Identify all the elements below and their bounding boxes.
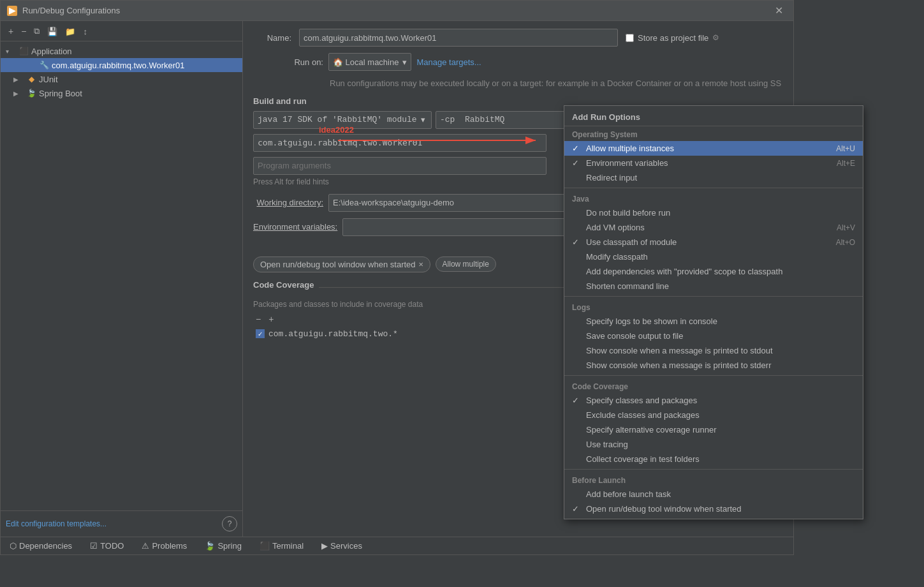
edit-config-templates-link[interactable]: Edit configuration templates... bbox=[6, 519, 106, 528]
java-section-label: Java bbox=[564, 191, 863, 205]
panel-title: Add Run Options bbox=[564, 108, 863, 126]
add-config-button[interactable]: + bbox=[6, 25, 16, 38]
copy-config-button[interactable]: ⧉ bbox=[31, 24, 42, 38]
spring-icon: 🍃 bbox=[205, 541, 215, 551]
panel-item-collect-coverage[interactable]: Collect coverage in test folders bbox=[564, 452, 863, 466]
sidebar-item-label-worker01: com.atguigu.rabbitmq.two.Worker01 bbox=[52, 61, 185, 70]
sort-config-button[interactable]: ↕ bbox=[80, 25, 90, 38]
terminal-icon: ⬛ bbox=[260, 541, 270, 551]
store-as-project-checkbox[interactable] bbox=[626, 34, 634, 42]
sidebar-item-application[interactable]: ▾ ⬛ Application bbox=[1, 44, 242, 58]
statusbar-terminal[interactable]: ⬛ Terminal bbox=[256, 537, 307, 554]
save-config-button[interactable]: 💾 bbox=[45, 25, 60, 38]
dialog-title-icon: ▶ bbox=[7, 6, 17, 16]
panel-item-show-console-stderr[interactable]: Show console when a message is printed t… bbox=[564, 358, 863, 373]
sort-icon: ↕ bbox=[83, 27, 87, 36]
panel-item-exclude-classes[interactable]: Exclude classes and packages bbox=[564, 408, 863, 422]
remove-config-button[interactable]: − bbox=[18, 25, 29, 38]
panel-item-redirect-input[interactable]: Redirect input bbox=[564, 170, 863, 185]
panel-item-alt-runner[interactable]: Specify alternative coverage runner bbox=[564, 422, 863, 437]
open-window-label: Open run/debug tool window when started bbox=[260, 260, 416, 269]
expand-icon-springboot: ▶ bbox=[13, 90, 24, 97]
folder-icon: 📁 bbox=[65, 27, 75, 36]
statusbar-todo-label: TODO bbox=[100, 541, 124, 551]
remove-open-window-icon[interactable]: ✕ bbox=[418, 261, 423, 268]
store-as-project-row: Store as project file ⚙ bbox=[626, 33, 719, 43]
store-as-project-label: Store as project file bbox=[638, 33, 708, 43]
junit-icon: ◆ bbox=[26, 74, 36, 84]
name-row: Name: Store as project file ⚙ bbox=[253, 29, 783, 47]
todo-icon: ☑ bbox=[90, 541, 98, 551]
coverage-add-button[interactable]: + bbox=[266, 313, 276, 325]
save-icon: 💾 bbox=[47, 27, 57, 36]
panel-item-env-vars[interactable]: ✓ Environment variables Alt+E bbox=[564, 156, 863, 170]
panel-item-add-before-launch[interactable]: Add before launch task bbox=[564, 487, 863, 502]
worker-icon: 🔧 bbox=[39, 60, 49, 70]
close-button[interactable]: ✕ bbox=[771, 3, 787, 18]
panel-item-save-console[interactable]: Save console output to file bbox=[564, 329, 863, 343]
main-class-input[interactable] bbox=[253, 134, 546, 152]
statusbar-services[interactable]: ▶ Services bbox=[318, 537, 366, 554]
gear-icon[interactable]: ⚙ bbox=[712, 33, 719, 42]
sidebar-item-worker01[interactable]: 🔧 com.atguigu.rabbitmq.two.Worker01 bbox=[1, 58, 242, 72]
checkmark-env-vars: ✓ bbox=[572, 158, 582, 168]
panel-item-no-build[interactable]: Do not build before run bbox=[564, 205, 863, 220]
panel-item-use-tracing[interactable]: Use tracing bbox=[564, 437, 863, 452]
manage-targets-link[interactable]: Manage targets... bbox=[416, 57, 481, 67]
use-classpath-shortcut: Alt+O bbox=[836, 238, 855, 247]
panel-item-specify-logs[interactable]: Specify logs to be shown in console bbox=[564, 314, 863, 329]
coverage-item-label: com.atguigu.rabbitmq.two.* bbox=[268, 329, 398, 339]
os-section-label: Operating System bbox=[564, 126, 863, 141]
run-on-row: Run on: 🏠 Local machine ▾ Manage targets… bbox=[253, 53, 783, 71]
copy-icon: ⧉ bbox=[34, 26, 40, 36]
code-coverage-title: Code Coverage bbox=[253, 280, 314, 290]
sidebar-item-junit[interactable]: ▶ ◆ JUnit bbox=[1, 72, 242, 86]
panel-item-shorten-cmd[interactable]: Shorten command line bbox=[564, 279, 863, 294]
divider-4 bbox=[564, 469, 863, 470]
statusbar-dependencies[interactable]: ⬡ Dependencies bbox=[6, 537, 76, 554]
panel-item-add-deps[interactable]: Add dependencies with "provided" scope t… bbox=[564, 264, 863, 279]
springboot-icon: 🍃 bbox=[26, 88, 36, 98]
statusbar-dependencies-label: Dependencies bbox=[19, 541, 72, 551]
panel-item-specify-classes[interactable]: ✓ Specify classes and packages bbox=[564, 393, 863, 408]
expand-icon-junit: ▶ bbox=[13, 76, 24, 83]
panel-item-open-window-before-launch[interactable]: ✓ Open run/debug tool window when starte… bbox=[564, 502, 863, 516]
checkmark-allow-multiple: ✓ bbox=[572, 144, 582, 153]
panel-item-use-classpath[interactable]: ✓ Use classpath of module Alt+O bbox=[564, 235, 863, 249]
dialog-title: ▶ Run/Debug Configurations bbox=[7, 6, 120, 16]
panel-item-add-vm[interactable]: Add VM options Alt+V bbox=[564, 220, 863, 235]
statusbar-todo[interactable]: ☑ TODO bbox=[86, 537, 128, 554]
help-button[interactable]: ? bbox=[222, 516, 237, 531]
allow-multiple-button[interactable]: Allow multiple bbox=[436, 256, 496, 272]
dropdown-arrow-icon: ▾ bbox=[402, 57, 407, 67]
sidebar-toolbar: + − ⧉ 💾 📁 ↕ bbox=[1, 21, 242, 41]
coverage-checkbox[interactable]: ✓ bbox=[256, 329, 265, 338]
panel-item-allow-multiple[interactable]: ✓ Allow multiple instances Alt+U bbox=[564, 141, 863, 156]
local-machine-label: 🏠 Local machine bbox=[333, 57, 399, 67]
panel-item-modify-classpath[interactable]: Modify classpath bbox=[564, 249, 863, 264]
coverage-section-label: Code Coverage bbox=[564, 378, 863, 393]
statusbar-terminal-label: Terminal bbox=[272, 541, 304, 551]
java-version-dropdown[interactable]: java 17 SDK of 'RabbitMQ' module ▾ bbox=[253, 111, 432, 129]
statusbar-problems[interactable]: ⚠ Problems bbox=[138, 537, 191, 554]
open-window-button[interactable]: Open run/debug tool window when started … bbox=[253, 256, 430, 272]
dialog-title-text: Run/Debug Configurations bbox=[22, 6, 120, 15]
name-input[interactable] bbox=[299, 29, 618, 47]
env-vars-label: Environment variables: bbox=[253, 222, 337, 232]
sidebar: + − ⧉ 💾 📁 ↕ ▾ ⬛ bbox=[1, 21, 243, 537]
statusbar-spring[interactable]: 🍃 Spring bbox=[201, 537, 246, 554]
coverage-remove-button[interactable]: − bbox=[253, 313, 263, 325]
panel-item-show-console-stdout[interactable]: Show console when a message is printed t… bbox=[564, 343, 863, 358]
divider-3 bbox=[564, 375, 863, 376]
add-vm-shortcut: Alt+V bbox=[837, 223, 855, 232]
statusbar: ⬡ Dependencies ☑ TODO ⚠ Problems 🍃 Sprin… bbox=[1, 537, 793, 554]
sidebar-item-springboot[interactable]: ▶ 🍃 Spring Boot bbox=[1, 86, 242, 100]
run-on-dropdown[interactable]: 🏠 Local machine ▾ bbox=[328, 53, 411, 71]
services-icon: ▶ bbox=[321, 541, 328, 551]
folder-config-button[interactable]: 📁 bbox=[62, 25, 78, 38]
program-args-input[interactable] bbox=[253, 157, 546, 175]
statusbar-problems-label: Problems bbox=[152, 541, 187, 551]
sidebar-item-label-application: Application bbox=[31, 47, 72, 56]
add-run-options-panel: Add Run Options Operating System ✓ Allow… bbox=[564, 105, 863, 519]
java-dropdown-arrow: ▾ bbox=[421, 115, 425, 124]
